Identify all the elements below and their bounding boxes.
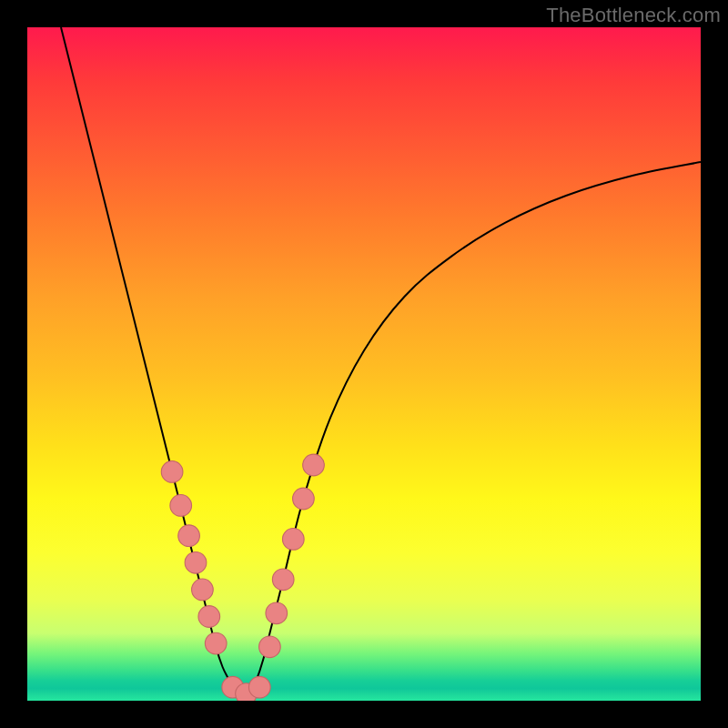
plot-area [27,27,701,701]
curve-right-branch [243,162,701,701]
data-marker [293,488,315,510]
data-marker [178,525,200,547]
data-marker [205,632,227,654]
data-marker [192,579,214,601]
marker-group [161,454,324,701]
data-marker [272,569,294,591]
data-marker [170,495,192,517]
data-marker [259,636,281,658]
data-marker [161,461,183,483]
data-marker [248,676,270,698]
curve-left-branch [61,27,243,701]
watermark-text: TheBottleneck.com [546,4,721,27]
data-marker [198,606,220,628]
chart-stage: TheBottleneck.com [0,0,728,728]
chart-svg [27,27,701,701]
data-marker [282,529,304,551]
curve-group [61,27,701,701]
data-marker [303,454,325,476]
data-marker [266,602,288,624]
data-marker [185,551,207,573]
